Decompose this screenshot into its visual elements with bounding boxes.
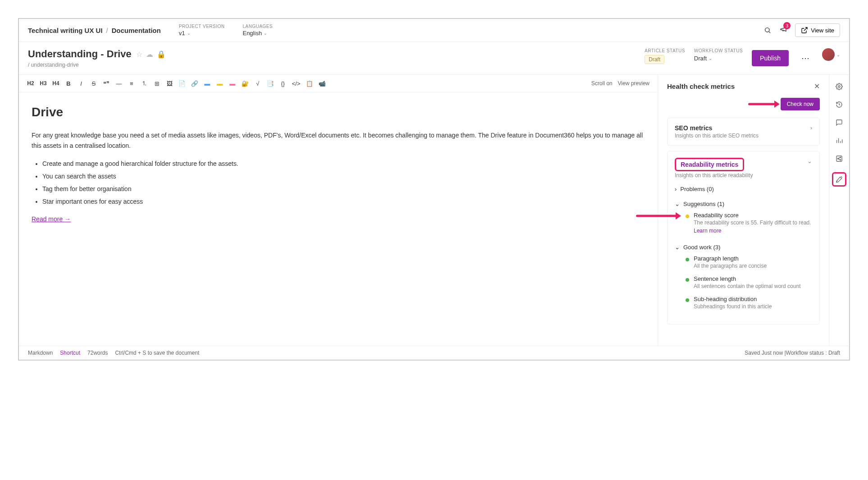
publish-button[interactable]: Publish	[752, 50, 789, 66]
close-icon[interactable]: ✕	[814, 82, 820, 91]
chevron-down-icon: ⌄	[836, 52, 840, 57]
clipboard-button[interactable]: 📋	[306, 80, 313, 87]
highlight-blue-button[interactable]: ▬	[204, 80, 211, 87]
hr-button[interactable]: —	[115, 80, 123, 87]
article-slug: / understanding-drive	[28, 62, 636, 68]
h4-button[interactable]: H4	[52, 80, 59, 87]
list-item: Create and manage a good hierarchical fo…	[42, 159, 645, 169]
cloud-icon[interactable]: ☁	[146, 50, 153, 59]
highlight-pink-button[interactable]: ▬	[229, 80, 236, 87]
readability-metrics-card: Readability metrics Insights on this art…	[667, 151, 820, 325]
lock-icon[interactable]: 🔒	[157, 50, 166, 59]
project-version[interactable]: PROJECT VERSION v1⌄	[179, 24, 225, 37]
italic-button[interactable]: I	[77, 80, 85, 87]
breadcrumb-project[interactable]: Technical writing UX UI	[28, 27, 103, 34]
view-preview-button[interactable]: View preview	[618, 80, 650, 87]
svg-line-14	[836, 181, 837, 182]
good-item: Sentence length All sentences contain th…	[686, 273, 812, 293]
readability-head[interactable]: Readability metrics Insights on this art…	[675, 158, 812, 178]
search-icon[interactable]	[763, 26, 772, 34]
link-button[interactable]: 🔗	[191, 80, 198, 87]
status-dot-icon	[686, 278, 689, 282]
image-button[interactable]: 🖼	[166, 80, 173, 87]
ol-button[interactable]: ⒈	[141, 79, 148, 87]
analytics-icon[interactable]	[835, 136, 844, 145]
table-button[interactable]: ⊞	[153, 80, 160, 87]
strike-button[interactable]: S	[90, 80, 97, 87]
language-select[interactable]: LANGUAGES English⌄	[243, 24, 273, 37]
editor-footer: Markdown Shortcut 72words Ctrl/Cmd + S t…	[19, 346, 849, 360]
breadcrumb-section[interactable]: Documentation	[112, 27, 161, 34]
read-more-link[interactable]: Read more →	[32, 215, 71, 223]
video-button[interactable]: 📹	[318, 80, 326, 87]
chevron-right-icon: ›	[675, 186, 677, 192]
svg-line-12	[838, 158, 840, 159]
braces-button[interactable]: {}	[279, 80, 286, 87]
star-icon[interactable]: ☆	[136, 50, 142, 59]
content-bullets: Create and manage a good hierarchical fo…	[32, 159, 645, 207]
h2-button[interactable]: H2	[27, 80, 34, 87]
quote-button[interactable]: ❝❞	[103, 80, 110, 87]
editor-mode: Markdown	[28, 350, 53, 356]
avatar	[822, 48, 835, 61]
more-icon[interactable]: ⋯	[798, 53, 813, 63]
comments-icon[interactable]	[835, 118, 844, 127]
workflow-status-label: WORKFLOW STATUS	[694, 48, 743, 53]
workflow-status-block[interactable]: WORKFLOW STATUS Draft⌄	[694, 48, 743, 62]
good-item: Paragraph length All the paragraphs are …	[686, 252, 812, 273]
article-title: Understanding - Drive	[28, 48, 132, 60]
scroll-toggle[interactable]: Scroll on	[591, 80, 613, 87]
seo-sub: Insights on this article SEO metrics	[675, 133, 759, 139]
callout-arrow-icon	[636, 212, 681, 220]
problems-group[interactable]: › Problems (0)	[675, 184, 812, 194]
version-label: PROJECT VERSION	[179, 24, 225, 29]
shortcut-link[interactable]: Shortcut	[60, 350, 80, 356]
history-icon[interactable]	[835, 100, 844, 109]
article-status-block: ARTICLE STATUS Draft	[645, 48, 685, 64]
highlight-yellow-button[interactable]: ▬	[216, 80, 223, 87]
save-hint: Ctrl/Cmd + S to save the document	[115, 350, 199, 356]
formula-button[interactable]: √	[254, 80, 261, 87]
editor-body[interactable]: Drive For any great knowledge base you n…	[19, 92, 658, 346]
health-check-icon[interactable]	[832, 172, 846, 187]
chevron-down-icon: ⌄	[675, 244, 680, 251]
status-dot-icon	[686, 258, 689, 261]
problems-label: Problems (0)	[680, 186, 713, 192]
gear-icon[interactable]	[835, 82, 844, 91]
article-status-badge: Draft	[645, 55, 664, 64]
view-site-label: View site	[811, 27, 834, 34]
list-item: You can search the assets	[42, 171, 645, 182]
share-icon[interactable]	[835, 154, 844, 163]
lock-block-button[interactable]: 🔐	[241, 80, 249, 87]
article-status-label: ARTICLE STATUS	[645, 48, 685, 53]
check-now-button[interactable]: Check now	[781, 98, 820, 110]
suggestions-label: Suggestions (1)	[683, 201, 724, 207]
good-title: Paragraph length	[694, 255, 812, 262]
file-button[interactable]: 📄	[178, 80, 186, 87]
list-item: Star important ones for easy access	[42, 197, 645, 207]
suggestions-group[interactable]: ⌄ Suggestions (1)	[675, 199, 812, 209]
ul-button[interactable]: ≡	[128, 80, 135, 87]
good-desc: All the paragraphs are concise	[694, 262, 812, 270]
h3-button[interactable]: H3	[40, 80, 47, 87]
insert-file-button[interactable]: 📑	[267, 80, 274, 87]
announcements-icon[interactable]: 3	[780, 26, 787, 35]
status-dot-icon	[686, 215, 689, 218]
learn-more-link[interactable]: Learn more	[694, 228, 721, 234]
saved-status: Saved Just now |Workflow status : Draft	[745, 350, 840, 356]
good-title: Sub-heading distribution	[694, 296, 812, 302]
seo-metrics-card[interactable]: SEO metrics Insights on this article SEO…	[667, 118, 820, 146]
status-dot-icon	[686, 298, 689, 302]
workflow-status-value: Draft	[694, 55, 707, 62]
content-heading: Drive	[32, 101, 645, 123]
goodwork-group[interactable]: ⌄ Good work (3)	[675, 242, 812, 252]
view-site-button[interactable]: View site	[795, 23, 840, 37]
bold-button[interactable]: B	[65, 80, 72, 87]
list-item: Tag them for better organisation	[42, 184, 645, 195]
chevron-down-icon: ⌄	[675, 201, 680, 207]
notification-badge: 3	[783, 22, 791, 29]
user-avatar-menu[interactable]: ⌄	[822, 48, 840, 61]
readability-sub: Insights on this article readability	[675, 172, 753, 178]
code-button[interactable]: </>	[292, 80, 300, 87]
right-icon-rail	[829, 75, 849, 346]
